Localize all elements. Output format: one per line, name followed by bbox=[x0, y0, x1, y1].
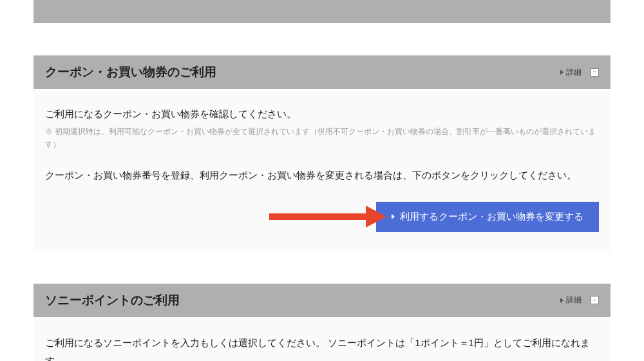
collapse-toggle[interactable]: − bbox=[591, 68, 599, 77]
coupon-instruction-line2: クーポン・お買い物券番号を登録、利用クーポン・お買い物券を変更される場合は、下の… bbox=[45, 166, 599, 185]
coupon-section-header: クーポン・お買い物券のご利用 詳細 − bbox=[33, 55, 611, 89]
points-header-controls: 詳細 − bbox=[560, 295, 599, 306]
caret-right-icon bbox=[560, 298, 564, 303]
points-section-body: ご利用になるソニーポイントを入力もしくは選択してください。 ソニーポイントは「1… bbox=[33, 317, 611, 361]
points-instruction-line1: ご利用になるソニーポイントを入力もしくは選択してください。 ソニーポイントは「1… bbox=[45, 334, 599, 361]
arrow-shaft bbox=[269, 213, 366, 220]
points-section-header: ソニーポイントのご利用 詳細 − bbox=[33, 284, 611, 317]
points-detail-link[interactable]: 詳細 bbox=[560, 295, 582, 306]
change-coupon-button-label: 利用するクーポン・お買い物券を変更する bbox=[400, 211, 583, 223]
detail-label: 詳細 bbox=[566, 295, 582, 306]
minus-icon: − bbox=[593, 297, 597, 304]
caret-right-icon bbox=[560, 70, 564, 75]
coupon-section-title: クーポン・お買い物券のご利用 bbox=[45, 64, 216, 81]
change-coupon-button[interactable]: 利用するクーポン・お買い物券を変更する bbox=[376, 202, 599, 232]
coupon-section-body: ご利用になるクーポン・お買い物券を確認してください。 ※ 初期選択時は、利用可能… bbox=[33, 89, 611, 251]
points-section-title: ソニーポイントのご利用 bbox=[45, 292, 180, 309]
annotation-arrow bbox=[269, 206, 386, 228]
coupon-detail-link[interactable]: 詳細 bbox=[560, 67, 582, 78]
arrow-head-icon bbox=[366, 206, 386, 228]
coupon-button-row: 利用するクーポン・お買い物券を変更する bbox=[45, 202, 599, 232]
points-section: ソニーポイントのご利用 詳細 − ご利用になるソニーポイントを入力もしくは選択し… bbox=[33, 284, 611, 361]
minus-icon: − bbox=[593, 69, 597, 75]
previous-section-footer bbox=[33, 0, 611, 23]
coupon-header-controls: 詳細 − bbox=[560, 67, 599, 78]
caret-right-icon bbox=[392, 214, 395, 219]
coupon-note: ※ 初期選択時は、利用可能なクーポン・お買い物券が全て選択されています（併用不可… bbox=[45, 125, 599, 151]
coupon-instruction-line1: ご利用になるクーポン・お買い物券を確認してください。 bbox=[45, 106, 599, 122]
detail-label: 詳細 bbox=[566, 67, 582, 78]
collapse-toggle[interactable]: − bbox=[591, 296, 599, 304]
coupon-section: クーポン・お買い物券のご利用 詳細 − ご利用になるクーポン・お買い物券を確認し… bbox=[33, 55, 611, 251]
